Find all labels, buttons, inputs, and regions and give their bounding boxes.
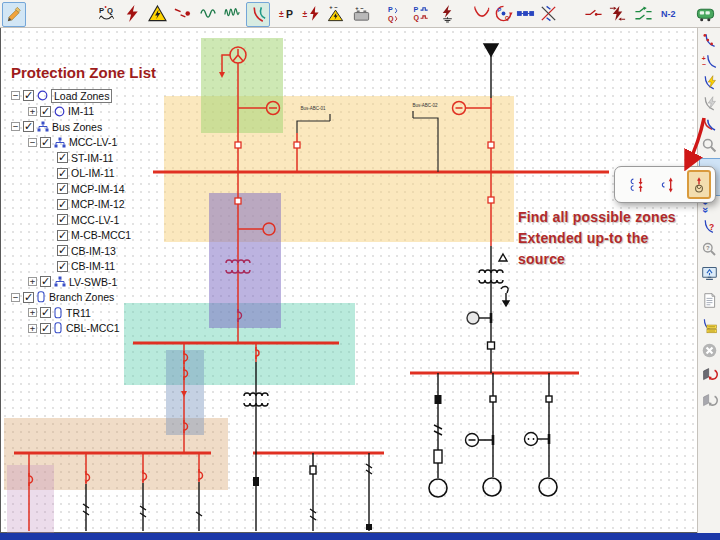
dc-arc-flash-button[interactable]: + − bbox=[324, 2, 346, 25]
time-domain-load-flow-button[interactable]: PQ bbox=[410, 2, 432, 25]
tree-item-label[interactable]: MCP-IM-12 bbox=[71, 198, 125, 210]
tree-item-label[interactable]: OL-IM-11 bbox=[71, 167, 115, 179]
find-zones-between-devices-button[interactable] bbox=[625, 170, 649, 199]
tree-item-branch-zones[interactable]: −✓Branch Zones bbox=[7, 290, 172, 306]
zone-checkbox[interactable]: ✓ bbox=[57, 168, 68, 179]
tree-item-label[interactable]: CB-IM-13 bbox=[71, 245, 116, 257]
motor-feeder-3[interactable] bbox=[525, 373, 558, 496]
tree-item-cb-im-11[interactable]: ✓CB-IM-11 bbox=[7, 259, 172, 275]
tree-item-st-im-11[interactable]: ✓ST-IM-11 bbox=[7, 150, 172, 166]
find-zones-up-down-stream-button[interactable] bbox=[656, 170, 680, 199]
transient-stability-analysis-button[interactable] bbox=[221, 2, 243, 25]
zone-checkbox[interactable]: ✓ bbox=[40, 307, 51, 318]
short-circuit-analysis-button[interactable] bbox=[121, 2, 143, 25]
pq-capability-analysis-button[interactable]: PQ bbox=[492, 2, 514, 25]
tree-item-cbl-mcc1[interactable]: +✓CBL-MCC1 bbox=[7, 321, 172, 337]
zone-checkbox[interactable]: ✓ bbox=[57, 183, 68, 194]
collapse-icon[interactable]: − bbox=[11, 91, 20, 100]
right-branch-deenergized[interactable] bbox=[467, 246, 509, 373]
zone-checkbox[interactable]: ✓ bbox=[57, 152, 68, 163]
tree-item-label[interactable]: Branch Zones bbox=[49, 291, 114, 303]
tree-item-mcp-im-14[interactable]: ✓MCP-IM-14 bbox=[7, 181, 172, 197]
zone-checkbox[interactable]: ✓ bbox=[57, 245, 68, 256]
arc-flash-analysis-button[interactable] bbox=[146, 2, 168, 25]
edit-mode-pencil-button[interactable] bbox=[2, 2, 26, 27]
network-interchange-button[interactable] bbox=[514, 2, 536, 25]
zone-checkbox[interactable]: ✓ bbox=[57, 230, 68, 241]
fault-insertion-disabled-button[interactable] bbox=[699, 93, 720, 113]
tree-item-label[interactable]: MCC-LV-1 bbox=[69, 136, 117, 148]
zone-checkbox[interactable]: ✓ bbox=[23, 90, 34, 101]
optimal-power-flow-button[interactable]: PQ bbox=[384, 2, 406, 25]
zone-checkbox[interactable]: ✓ bbox=[57, 214, 68, 225]
zone-checkbox[interactable]: ✓ bbox=[57, 199, 68, 210]
zoom-tool-disabled-button[interactable] bbox=[699, 135, 720, 155]
tree-item-ol-im-11[interactable]: ✓OL-IM-11 bbox=[7, 166, 172, 182]
expand-icon[interactable]: + bbox=[28, 308, 37, 317]
star-query-button[interactable]: ? bbox=[699, 216, 720, 236]
database-transfer-button[interactable] bbox=[699, 364, 720, 384]
display-options-monitor-button[interactable] bbox=[699, 263, 720, 283]
expand-icon[interactable]: + bbox=[28, 277, 37, 286]
reliability-assessment-button[interactable] bbox=[632, 2, 654, 25]
zone-checkbox[interactable]: ✓ bbox=[23, 292, 34, 303]
tree-item-label[interactable]: IM-11 bbox=[68, 105, 94, 117]
railway-traction-button[interactable] bbox=[694, 2, 716, 25]
tree-item-load-zones[interactable]: −✓Load Zones bbox=[7, 88, 172, 104]
tree-item-bus-zones[interactable]: −✓Bus Zones bbox=[7, 119, 172, 135]
tree-item-label[interactable]: MCP-IM-14 bbox=[71, 183, 125, 195]
tree-item-mcc-lv-1[interactable]: ✓MCC-LV-1 bbox=[7, 212, 172, 228]
unbalanced-short-circuit-button[interactable]: ± bbox=[300, 2, 322, 25]
center-feeder-2[interactable] bbox=[310, 453, 316, 531]
switching-device-check-button[interactable] bbox=[582, 2, 604, 25]
motor-feeder-2[interactable] bbox=[466, 373, 502, 496]
tree-item-m-cb-mcc1[interactable]: ✓M-CB-MCC1 bbox=[7, 228, 172, 244]
load-flow-analysis-button[interactable]: PQ bbox=[95, 2, 117, 25]
fault-insertion-on-curve-button[interactable] bbox=[699, 72, 720, 92]
curve-summary-report-button[interactable] bbox=[699, 315, 720, 335]
ground-fault-analysis-button[interactable] bbox=[436, 2, 458, 25]
expand-icon[interactable]: + bbox=[28, 107, 37, 116]
tree-item-lv-swb-1[interactable]: +✓LV-SWB-1 bbox=[7, 274, 172, 290]
zone-checkbox[interactable]: ✓ bbox=[23, 121, 34, 132]
zone-checkbox[interactable]: ✓ bbox=[57, 261, 68, 272]
tree-item-cb-im-13[interactable]: ✓CB-IM-13 bbox=[7, 243, 172, 259]
tree-item-mcp-im-12[interactable]: ✓MCP-IM-12 bbox=[7, 197, 172, 213]
find-zones-extended-to-source-button[interactable] bbox=[687, 170, 711, 199]
tree-item-mcc-lv-1[interactable]: −✓MCC-LV-1 bbox=[7, 135, 172, 151]
collapse-icon[interactable]: − bbox=[11, 293, 20, 302]
motor-acceleration-analysis-button[interactable] bbox=[171, 2, 193, 25]
zone-checkbox[interactable]: ✓ bbox=[40, 323, 51, 334]
contingency-n-2-button[interactable]: N-2 bbox=[658, 2, 680, 25]
utility-grid-source-right[interactable] bbox=[484, 44, 498, 98]
sequence-of-operation-button[interactable] bbox=[606, 2, 628, 25]
collapse-icon[interactable]: − bbox=[28, 138, 37, 147]
tree-item-label[interactable]: CB-IM-11 bbox=[71, 260, 115, 272]
append-to-star-view-button[interactable]: +− bbox=[699, 51, 720, 71]
report-manager-button[interactable] bbox=[699, 290, 720, 310]
battery-discharge-sizing-button[interactable]: + − bbox=[350, 2, 372, 25]
tree-item-im-11[interactable]: +✓IM-11 bbox=[7, 104, 172, 120]
zone-checkbox[interactable]: ✓ bbox=[40, 137, 51, 148]
unbalanced-load-flow-button[interactable]: ±P bbox=[276, 2, 298, 25]
zone-checkbox[interactable]: ✓ bbox=[40, 276, 51, 287]
tree-item-label[interactable]: Load Zones bbox=[51, 89, 112, 103]
tree-item-label[interactable]: TR11 bbox=[66, 307, 91, 319]
cancel-operation-button[interactable] bbox=[699, 340, 720, 360]
star-protection-coordination-button[interactable] bbox=[246, 2, 270, 27]
switching-sequence-button[interactable] bbox=[537, 2, 559, 25]
tree-item-label[interactable]: Bus Zones bbox=[52, 121, 102, 133]
tree-item-label[interactable]: CBL-MCC1 bbox=[66, 322, 120, 334]
tree-item-label[interactable]: MCC-LV-1 bbox=[71, 214, 119, 226]
expand-icon[interactable]: + bbox=[28, 324, 37, 333]
oneline-canvas[interactable]: Bus-ABC-01Bus-ABC-02 Protection Zone Lis… bbox=[0, 28, 697, 533]
create-star-view-button[interactable] bbox=[699, 30, 720, 50]
voltage-curve-analysis-button[interactable] bbox=[470, 2, 492, 25]
tree-item-label[interactable]: ST-IM-11 bbox=[71, 152, 113, 164]
zone-checkbox[interactable]: ✓ bbox=[40, 106, 51, 117]
collapse-icon[interactable]: − bbox=[11, 122, 20, 131]
database-transfer-disabled-button[interactable] bbox=[699, 390, 720, 410]
motor-feeder-1[interactable] bbox=[429, 373, 447, 497]
harmonic-analysis-button[interactable] bbox=[197, 2, 219, 25]
center-feeder-3[interactable] bbox=[366, 453, 372, 531]
